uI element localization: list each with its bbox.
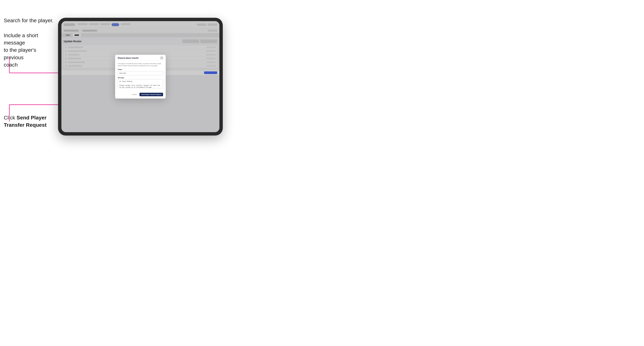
send-transfer-button[interactable]: Send Player Transfer Request — [140, 93, 163, 96]
annotation-search: Search for the player. — [4, 17, 54, 24]
modal-header: Request player transfer × — [115, 55, 166, 61]
player-field-label: Player — [118, 69, 163, 70]
tablet-screen: › Update Roster — [62, 21, 220, 132]
annotations-panel: Search for the player. Include a short m… — [0, 0, 56, 346]
message-field-label: Message — [118, 77, 163, 78]
modal-overlay: Request player transfer × If the player … — [62, 21, 220, 132]
cancel-button[interactable]: Cancel — [131, 93, 138, 96]
modal-body: If the player is transferring from anoth… — [115, 61, 166, 93]
tablet-frame: › Update Roster — [58, 18, 223, 136]
message-textarea[interactable]: Hi Coach McHarg, Please accept this tran… — [118, 79, 163, 88]
modal-dialog: Request player transfer × If the player … — [115, 55, 166, 99]
modal-description: If the player is transferring from anoth… — [118, 63, 163, 67]
annotation-message: Include a short messageto the player's p… — [4, 32, 52, 68]
annotation-click: Click Send PlayerTransfer Request — [4, 114, 52, 129]
modal-footer: Cancel Send Player Transfer Request — [115, 93, 166, 99]
modal-close-button[interactable]: × — [160, 57, 163, 59]
modal-title: Request player transfer — [118, 57, 139, 59]
player-input[interactable] — [118, 71, 163, 75]
